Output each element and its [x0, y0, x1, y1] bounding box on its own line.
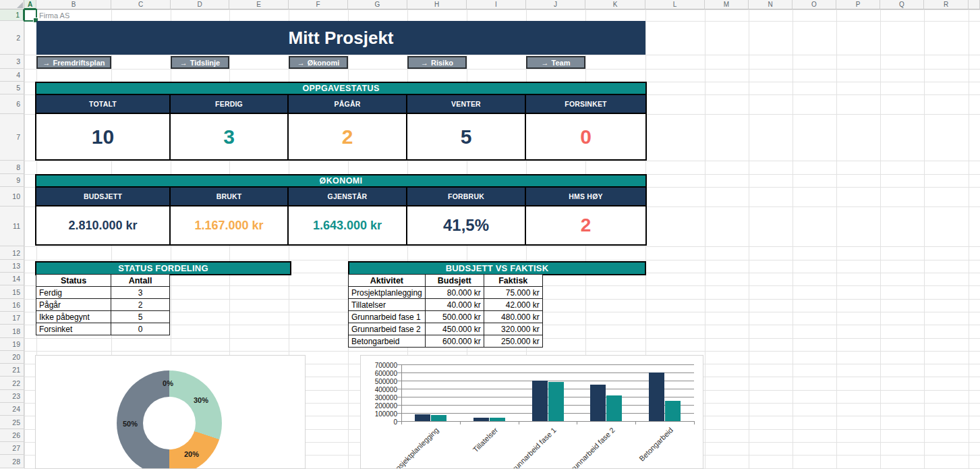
bar-faktisk[interactable] [665, 401, 681, 421]
row-header-22[interactable]: 22 [0, 377, 24, 390]
row-header-21[interactable]: 21 [0, 364, 24, 377]
budsjett-cell[interactable]: 40.000 kr [425, 299, 484, 311]
bar-budsjett[interactable] [532, 381, 548, 421]
row-header-24[interactable]: 24 [0, 403, 24, 416]
row-header-25[interactable]: 25 [0, 416, 24, 429]
value-forsinket[interactable]: 0 [526, 114, 645, 159]
column-header-H[interactable]: H [407, 0, 467, 9]
okonomi-title[interactable]: ØKONOMI [35, 174, 647, 188]
column-header-Q[interactable]: Q [880, 0, 924, 9]
row-header-10[interactable]: 10 [0, 187, 24, 206]
antall-cell[interactable]: 5 [111, 311, 170, 323]
faktisk-cell[interactable]: 320.000 kr [484, 323, 542, 335]
status-doughnut-chart[interactable]: 30%20%50%0% [35, 355, 306, 469]
budsjett-vs-faktisk-bar-chart[interactable]: 0100000200000300000400000500000600000700… [360, 355, 703, 469]
status-cell[interactable]: Forsinket [36, 323, 111, 335]
nav-button-tidslinje[interactable]: →Tidslinje [171, 56, 229, 69]
column-header-J[interactable]: J [526, 0, 585, 9]
header-hms-hoy[interactable]: HMS HØY [526, 188, 645, 205]
column-header-A[interactable]: A [24, 0, 36, 9]
faktisk-cell[interactable]: 480.000 kr [484, 311, 542, 323]
faktisk-cell[interactable]: 250.000 kr [484, 335, 542, 348]
dashboard-title-banner[interactable]: Mitt Prosjekt [36, 21, 645, 55]
budsjett-cell[interactable]: 450.000 kr [425, 323, 484, 335]
col-budsjett[interactable]: Budsjett [425, 275, 484, 287]
nav-button-risiko[interactable]: →Risiko [407, 56, 467, 69]
header-ferdig[interactable]: FERDIG [171, 95, 289, 113]
aktivitet-cell[interactable]: Grunnarbeid fase 1 [349, 311, 426, 323]
bar-faktisk[interactable] [431, 415, 446, 421]
nav-button-fremdriftsplan[interactable]: →Fremdriftsplan [36, 56, 111, 69]
faktisk-cell[interactable]: 75.000 kr [484, 287, 542, 299]
aktivitet-cell[interactable]: Grunnarbeid fase 2 [349, 323, 426, 335]
header-forsinket[interactable]: FORSINKET [526, 95, 645, 113]
row-header-3[interactable]: 3 [0, 55, 24, 69]
col-antall[interactable]: Antall [111, 275, 170, 287]
column-header-F[interactable]: F [289, 0, 348, 9]
col-faktisk[interactable]: Faktisk [484, 275, 542, 287]
faktisk-cell[interactable]: 42.000 kr [484, 299, 542, 311]
bar-budsjett[interactable] [590, 385, 606, 421]
value-brukt[interactable]: 1.167.000 kr [171, 206, 289, 244]
col-aktivitet[interactable]: Aktivitet [349, 275, 426, 287]
row-header-1[interactable]: 1 [0, 9, 24, 21]
column-header-D[interactable]: D [171, 0, 229, 9]
bar-budsjett[interactable] [473, 418, 489, 421]
status-fordeling-title[interactable]: STATUS FORDELING [35, 261, 291, 275]
row-header-9[interactable]: 9 [0, 174, 24, 187]
row-header-5[interactable]: 5 [0, 82, 24, 94]
budsjett-cell[interactable]: 80.000 kr [425, 287, 484, 299]
row-header-28[interactable]: 28 [0, 455, 24, 468]
row-header-8[interactable]: 8 [0, 161, 24, 174]
header-brukt[interactable]: BRUKT [171, 188, 289, 205]
status-cell[interactable]: Ikke påbegynt [36, 311, 111, 323]
column-header-N[interactable]: N [749, 0, 792, 9]
column-header-G[interactable]: G [348, 0, 407, 9]
row-header-27[interactable]: 27 [0, 442, 24, 455]
value-budsjett[interactable]: 2.810.000 kr [36, 206, 171, 244]
row-header-12[interactable]: 12 [0, 246, 24, 260]
nav-button-okonomi[interactable]: →Økonomi [289, 56, 348, 69]
column-header-s[interactable] [969, 0, 980, 9]
column-header-C[interactable]: C [111, 0, 171, 9]
budsjett-cell[interactable]: 600.000 kr [425, 335, 484, 348]
antall-cell[interactable]: 3 [111, 287, 170, 299]
cell-firma-as[interactable]: Firma AS [39, 9, 69, 21]
header-forbruk[interactable]: FORBRUK [407, 188, 526, 205]
budsjett-cell[interactable]: 500.000 kr [425, 311, 484, 323]
value-hms-hoy[interactable]: 2 [526, 206, 645, 244]
antall-cell[interactable]: 0 [111, 323, 170, 335]
value-pagar[interactable]: 2 [289, 114, 407, 159]
aktivitet-cell[interactable]: Prosjektplanlegging [349, 287, 426, 299]
header-pagar[interactable]: PÅGÅR [289, 95, 407, 113]
value-gjenstar[interactable]: 1.643.000 kr [289, 206, 407, 244]
column-header-E[interactable]: E [229, 0, 289, 9]
value-venter[interactable]: 5 [407, 114, 526, 159]
aktivitet-cell[interactable]: Betongarbeid [349, 335, 426, 348]
row-header-11[interactable]: 11 [0, 206, 24, 246]
status-cell[interactable]: Pågår [36, 299, 111, 311]
value-ferdig[interactable]: 3 [171, 114, 289, 159]
column-header-K[interactable]: K [585, 0, 645, 9]
row-header-16[interactable]: 16 [0, 299, 24, 312]
row-header-23[interactable]: 23 [0, 390, 24, 403]
bar-budsjett[interactable] [415, 414, 430, 421]
column-header-P[interactable]: P [836, 0, 880, 9]
aktivitet-cell[interactable]: Tillatelser [349, 299, 426, 311]
status-cell[interactable]: Ferdig [36, 287, 111, 299]
row-header-4[interactable]: 4 [0, 69, 24, 82]
value-forbruk[interactable]: 41,5% [407, 206, 526, 244]
row-header-6[interactable]: 6 [0, 94, 24, 114]
column-header-R[interactable]: R [924, 0, 969, 9]
budsjett-vs-faktisk-title[interactable]: BUDSJETT VS FAKTISK [348, 261, 646, 275]
row-header-18[interactable]: 18 [0, 325, 24, 338]
nav-button-team[interactable]: →Team [526, 56, 585, 69]
row-header-15[interactable]: 15 [0, 285, 24, 299]
oppgavestatus-title[interactable]: OPPGAVESTATUS [35, 82, 647, 95]
row-header-2[interactable]: 2 [0, 21, 24, 55]
antall-cell[interactable]: 2 [111, 299, 170, 311]
row-header-7[interactable]: 7 [0, 114, 24, 161]
column-header-O[interactable]: O [792, 0, 836, 9]
bar-faktisk[interactable] [606, 395, 622, 421]
column-header-L[interactable]: L [645, 0, 705, 9]
